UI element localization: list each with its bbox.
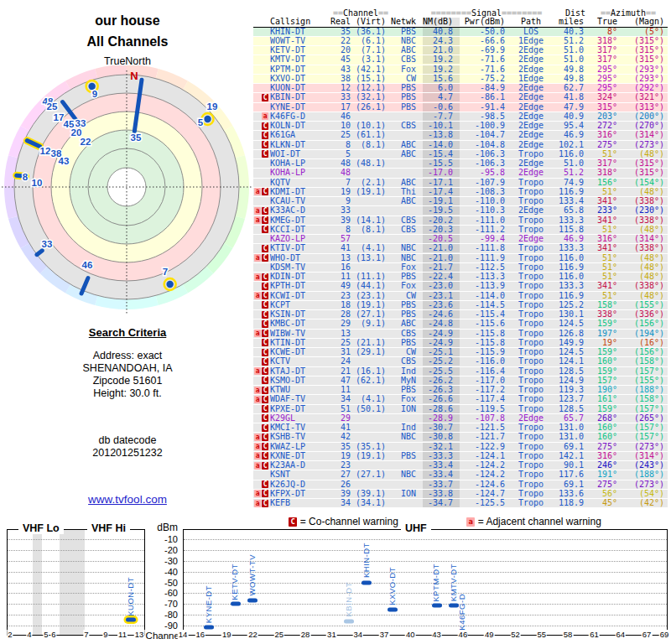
cell-path: Tropo — [512, 490, 550, 498]
cell-magn: (314°) — [619, 131, 668, 139]
cell-real: 20 — [330, 46, 352, 55]
dbm-tick-label: -10 — [148, 534, 178, 544]
cell-miles: 116.9 — [550, 292, 589, 300]
cell-virt: (62.1) — [352, 377, 391, 385]
cell-real: 7 — [330, 179, 352, 187]
legend-co-channel: C = Co-channel warning — [289, 516, 398, 527]
channel-tick-label: 67 — [642, 630, 653, 639]
cell-magn: (315°) — [619, 169, 668, 177]
cell-true: 160° — [589, 423, 619, 432]
co-channel-warning-icon: C — [262, 490, 268, 497]
tvfool-link[interactable]: www.tvfool.com — [88, 493, 167, 506]
table-row: KMTV-DT45(3.1)CBS19.2-71.62Edge51.0317°(… — [253, 55, 668, 65]
cell-magn: (42°) — [619, 499, 668, 507]
cell-real: 34 — [330, 499, 352, 507]
cell-pwr: -122.9 — [460, 443, 512, 451]
radar-channel-label: 5 — [198, 117, 204, 127]
cell-true: 19° — [589, 339, 619, 347]
co-channel-warning-icon: C — [262, 150, 268, 158]
cell-magn: (48°) — [619, 188, 668, 196]
cell-nm: -28.9 — [423, 414, 460, 423]
cell-netwk: CBS — [391, 226, 423, 234]
channel-tick-label: 49 — [484, 630, 495, 639]
cell-miles: 128.5 — [550, 405, 589, 413]
vhf-hi-label: VHF Hi — [87, 522, 130, 534]
cell-nm: -23.6 — [423, 301, 460, 309]
cell-true: 317° — [589, 46, 619, 55]
cell-miles: 115.8 — [550, 226, 589, 234]
signal-marker — [449, 604, 459, 608]
cell-callsign: KPTH-DT — [268, 282, 330, 290]
warning-flags: C — [253, 358, 268, 366]
cell-magn: (315°) — [619, 55, 668, 64]
cell-magn: (336°) — [619, 310, 668, 319]
channel-tick-label: 13 — [134, 630, 145, 639]
cell-miles: 124.9 — [550, 377, 589, 385]
cell-magn: (313°) — [619, 103, 668, 112]
cell-nm: -7.7 — [423, 112, 460, 121]
signal-marker — [204, 625, 214, 629]
dbm-tick-label: -20 — [148, 545, 178, 555]
cell-nm: -26.2 — [423, 377, 460, 385]
radar-channel-label: 12 — [40, 146, 51, 156]
warning-flags: C — [253, 377, 268, 384]
cell-real: 18 — [330, 301, 352, 309]
cell-miles: 116.0 — [550, 150, 589, 158]
cell-callsign: KYNE-DT — [268, 103, 330, 112]
cell-netwk: MyN — [391, 377, 423, 385]
table-row: CKBIN-DT33(32.1)PBS4.7-86.12Edge41.8324°… — [253, 93, 668, 102]
uhf-signal-chart: KYNE-DTKETV-DTWOWT-TVKBIN-DTKHIN-DTKXVO-… — [183, 529, 668, 636]
cell-miles: 95.4 — [550, 122, 589, 130]
cell-callsign: KMTV-DT — [268, 55, 330, 64]
cell-nm: -33.8 — [423, 490, 460, 498]
cell-magn: (338°) — [619, 282, 668, 290]
cell-real: 23 — [330, 292, 352, 300]
cell-pwr: -117.0 — [460, 377, 512, 385]
cell-pwr: -111.8 — [460, 244, 512, 252]
cell-magn: (155°) — [619, 377, 668, 385]
cell-path: 2Edge — [512, 131, 550, 139]
cell-true: 316° — [589, 235, 619, 243]
cell-nm: -24.6 — [423, 310, 460, 319]
adjacent-channel-warning-icon: a — [254, 292, 261, 299]
cell-magn: (194°) — [619, 330, 668, 338]
cell-magn: (54°) — [619, 490, 668, 498]
cell-netwk: Ind — [391, 367, 423, 376]
warning-flags: aC — [253, 490, 268, 497]
channel-tick-label: 4 — [26, 630, 32, 639]
cell-callsign: KCPT — [268, 301, 330, 309]
cell-virt: (14.1) — [352, 216, 391, 225]
cell-true: 317° — [589, 159, 619, 168]
cell-true: 51° — [589, 273, 619, 281]
cell-real: 35 — [330, 28, 352, 36]
cell-netwk: CBS — [391, 122, 423, 130]
station-table: ==Channel== ========Signal======== Dist … — [253, 8, 668, 508]
cell-path: Tropo — [512, 310, 550, 319]
cell-true: 317° — [589, 55, 619, 64]
cell-pwr: -124.2 — [460, 470, 512, 479]
radar-channel-label: 17 — [54, 112, 65, 122]
cell-real: 29 — [330, 414, 352, 423]
cell-callsign: WDAF-TV — [268, 395, 330, 403]
gridline — [8, 604, 144, 605]
cell-callsign: KMCI-TV — [268, 423, 330, 432]
warning-flags: aC — [253, 396, 268, 403]
cell-virt: (50.1) — [352, 405, 391, 413]
cell-true: 51° — [589, 292, 619, 300]
cell-nm: -33.7 — [423, 480, 460, 489]
cell-callsign: KOLN-DT — [268, 122, 330, 130]
cell-path: Tropo — [512, 339, 550, 347]
co-channel-warning-icon: C — [262, 434, 268, 441]
co-channel-warning-icon: C — [262, 339, 268, 346]
cell-netwk: Fox — [391, 263, 423, 272]
cell-callsign: KOHA-LP — [268, 159, 330, 168]
cell-miles: 69.1 — [550, 443, 589, 451]
header-azimuth-group: ==Azimuth== — [589, 9, 668, 18]
cell-miles: 49.8 — [550, 75, 589, 83]
radar-channel-label: 7 — [163, 267, 168, 277]
cell-path: Tropo — [512, 348, 550, 356]
cell-magn: (157°) — [619, 405, 668, 413]
cell-miles: 47.9 — [550, 103, 589, 112]
table-row: KSNT27(27.1)NBC-33.4-124.2Tropo117.6191°… — [253, 470, 668, 480]
cell-path: Tropo — [512, 357, 550, 366]
